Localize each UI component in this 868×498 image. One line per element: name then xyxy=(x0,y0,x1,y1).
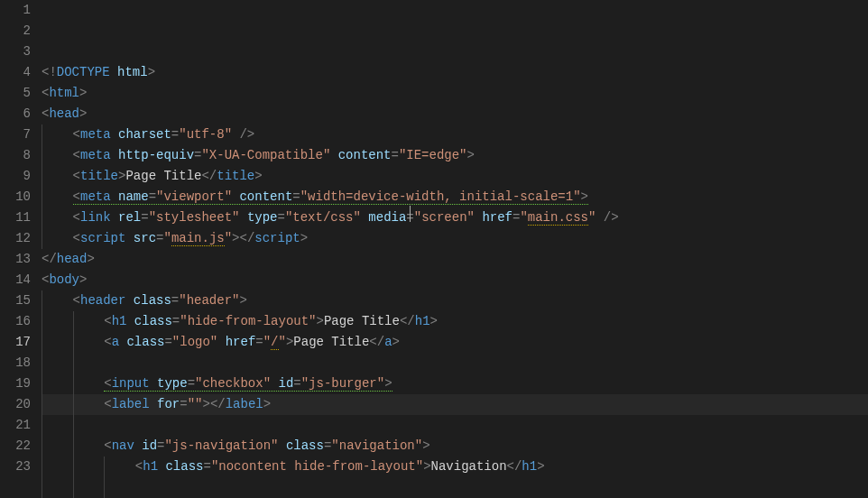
code-token: label xyxy=(112,397,150,411)
code-token: = xyxy=(172,314,180,328)
code-token: "js-navigation" xyxy=(164,438,278,453)
code-token: < xyxy=(73,231,80,245)
code-token: = xyxy=(203,459,210,474)
line-number: 11 xyxy=(0,208,31,228)
code-line[interactable]: <head> xyxy=(42,104,868,124)
code-token: = xyxy=(171,293,179,308)
code-token: > xyxy=(384,376,392,391)
code-token: title xyxy=(217,169,254,183)
code-token: < xyxy=(73,127,80,142)
code-token: id xyxy=(142,438,157,453)
line-number: 21 xyxy=(0,415,31,436)
code-token: head xyxy=(49,106,79,121)
code-token: <! xyxy=(42,65,57,79)
code-token: " xyxy=(225,231,232,245)
code-editor[interactable]: 1234567891011121314151617181920212223 <!… xyxy=(0,0,868,498)
code-line[interactable]: <title>Page Title</title> xyxy=(42,166,868,187)
code-token: > xyxy=(79,86,87,100)
code-token: "width=device-width, initial-scale=1" xyxy=(300,189,581,204)
code-token: " xyxy=(163,231,171,245)
code-token: class xyxy=(165,459,203,474)
code-token: DOCTYPE xyxy=(57,65,110,79)
code-token: < xyxy=(73,148,80,162)
code-token: = xyxy=(255,335,263,349)
code-line[interactable]: <label for=""></label> xyxy=(42,394,868,415)
code-line[interactable]: <meta http-equiv="X-UA-Compatible" conte… xyxy=(42,145,868,166)
code-token: "header" xyxy=(179,293,239,308)
code-token: html xyxy=(49,86,79,100)
code-token: </ xyxy=(507,459,522,474)
line-number: 3 xyxy=(0,42,31,62)
code-area[interactable]: <!DOCTYPE html><html><head> <meta charse… xyxy=(42,0,868,498)
code-token xyxy=(279,438,286,453)
code-line[interactable]: <html> xyxy=(42,83,868,104)
code-token: html xyxy=(117,65,148,79)
code-token: class xyxy=(134,314,172,328)
code-line[interactable]: <meta name="viewport" content="width=dev… xyxy=(42,187,868,208)
code-token xyxy=(111,210,118,225)
code-line[interactable]: <script src="main.js"></script> xyxy=(42,228,868,249)
code-token: "hide-from-layout" xyxy=(180,314,316,328)
code-line[interactable]: <link rel="stylesheet" type="text/css" m… xyxy=(42,208,868,228)
code-token: href xyxy=(226,335,256,349)
line-number: 18 xyxy=(0,353,31,374)
code-token: type xyxy=(247,210,278,225)
code-token: http-equiv xyxy=(118,148,194,162)
code-token: "stylesheet" xyxy=(149,210,240,225)
code-token xyxy=(125,293,133,308)
code-token: = xyxy=(164,335,171,349)
code-token: > xyxy=(581,189,588,204)
code-line[interactable]: <a class="logo" href="/">Page Title</a> xyxy=(42,332,868,353)
code-token: nav xyxy=(112,438,134,453)
code-line[interactable]: <meta charset="utf-8" /> xyxy=(42,124,868,145)
line-number: 2 xyxy=(0,21,31,42)
code-token: < xyxy=(104,438,111,453)
code-token: " xyxy=(520,210,527,225)
code-token: < xyxy=(73,210,80,225)
code-token: href xyxy=(482,210,512,225)
code-token xyxy=(150,376,157,391)
code-token: > xyxy=(87,252,94,266)
code-token: > xyxy=(430,314,438,328)
code-line[interactable] xyxy=(42,353,868,374)
code-token xyxy=(126,314,134,328)
line-number: 10 xyxy=(0,187,31,208)
code-line[interactable]: <nav id="js-navigation" class="navigatio… xyxy=(42,436,868,456)
code-line[interactable]: <input type="checkbox" id="js-burger"> xyxy=(42,374,868,394)
code-line[interactable] xyxy=(42,477,868,498)
code-line[interactable]: </head> xyxy=(42,249,868,270)
code-token: > xyxy=(239,293,246,308)
code-line[interactable]: <h1 class="hide-from-layout">Page Title<… xyxy=(42,311,868,332)
code-token: type xyxy=(157,376,188,391)
code-token: "text/css" xyxy=(285,210,361,225)
code-line[interactable]: <!DOCTYPE html> xyxy=(42,62,868,83)
code-token: h1 xyxy=(112,314,127,328)
code-token: = xyxy=(180,397,187,411)
code-line[interactable] xyxy=(42,415,868,436)
code-token xyxy=(111,148,118,162)
code-token: for xyxy=(157,397,180,411)
code-token: < xyxy=(104,397,111,411)
code-token: main.js xyxy=(171,231,225,246)
code-token: name xyxy=(118,189,149,204)
code-token: = xyxy=(141,210,148,225)
code-token: "utf-8" xyxy=(179,127,232,142)
code-line[interactable]: <body> xyxy=(42,270,868,290)
code-token: > xyxy=(148,65,155,79)
code-token: main.css xyxy=(528,210,588,226)
code-token: meta xyxy=(80,189,111,204)
code-token: "navigation" xyxy=(331,438,422,453)
code-token: title xyxy=(80,169,118,183)
code-token: "checkbox" xyxy=(195,376,271,391)
line-number: 5 xyxy=(0,83,31,104)
line-number: 22 xyxy=(0,436,31,456)
line-number: 9 xyxy=(0,166,31,187)
code-token: > xyxy=(300,231,308,245)
code-token: class xyxy=(286,438,324,453)
code-line[interactable]: <header class="header"> xyxy=(42,290,868,311)
code-line[interactable]: <h1 class="nocontent hide-from-layout">N… xyxy=(42,456,868,477)
code-token: h1 xyxy=(522,459,537,474)
line-number: 14 xyxy=(0,270,31,290)
code-token: < xyxy=(73,189,80,204)
code-token: > xyxy=(467,148,475,162)
